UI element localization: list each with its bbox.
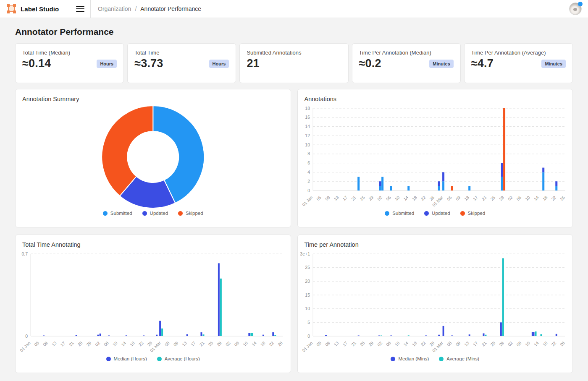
bar-submitted[interactable]	[379, 186, 381, 190]
bar-submitted[interactable]	[407, 186, 410, 190]
bar-average[interactable]	[161, 329, 163, 336]
y-axis-label: 4	[307, 170, 310, 175]
bar-median[interactable]	[442, 326, 444, 336]
bar-median[interactable]	[262, 335, 264, 336]
bar-median[interactable]	[378, 336, 380, 337]
bar-updated[interactable]	[379, 181, 381, 186]
bar-skipped[interactable]	[451, 186, 453, 190]
bar-median[interactable]	[43, 336, 45, 337]
bar-submitted[interactable]	[501, 177, 503, 190]
annotation-summary-donut-chart	[16, 104, 291, 210]
legend-item-updated[interactable]: Updated	[142, 211, 168, 216]
annotation-summary-legend: SubmittedUpdatedSkipped	[16, 211, 291, 216]
bar-submitted[interactable]	[555, 186, 557, 190]
bar-median[interactable]	[425, 336, 427, 337]
legend-item-skipped[interactable]: Skipped	[460, 211, 486, 216]
legend-label: Submitted	[110, 211, 132, 216]
legend-item-median-mins-[interactable]: Median (Mins)	[391, 356, 429, 361]
bar-submitted[interactable]	[390, 186, 392, 190]
chart-title-annotations: Annotations	[298, 89, 573, 104]
stat-value: ≈3.73	[134, 57, 163, 70]
bar-skipped[interactable]	[503, 108, 505, 190]
legend-item-skipped[interactable]: Skipped	[178, 211, 203, 216]
bar-average[interactable]	[202, 334, 204, 336]
bar-updated[interactable]	[555, 181, 557, 186]
bar-median[interactable]	[100, 334, 101, 336]
bar-updated[interactable]	[542, 168, 544, 172]
bar-median[interactable]	[500, 322, 501, 336]
bar-median[interactable]	[438, 335, 440, 336]
legend-item-average-hours-[interactable]: Average (Hours)	[157, 356, 200, 361]
bar-median[interactable]	[272, 332, 274, 336]
x-axis-label: 02	[94, 340, 101, 347]
bar-median[interactable]	[357, 336, 359, 337]
x-axis-label: 09	[324, 195, 331, 201]
bar-submitted[interactable]	[542, 172, 544, 190]
legend-item-updated[interactable]: Updated	[424, 211, 450, 216]
bar-average[interactable]	[407, 335, 409, 336]
bar-median[interactable]	[325, 335, 327, 336]
legend-dot	[439, 357, 444, 361]
notification-dot	[578, 2, 583, 6]
bar-average[interactable]	[535, 331, 536, 336]
bar-updated[interactable]	[438, 181, 440, 186]
x-axis-label: 21	[480, 195, 487, 201]
bar-median[interactable]	[218, 263, 220, 336]
bar-average[interactable]	[220, 279, 222, 336]
bar-median[interactable]	[76, 335, 77, 336]
bar-median[interactable]	[555, 334, 557, 336]
bar-median[interactable]	[451, 336, 453, 337]
bar-average[interactable]	[502, 258, 504, 336]
legend-item-average-mins-[interactable]: Average (Mins)	[439, 356, 479, 361]
bar-median[interactable]	[248, 333, 250, 336]
bar-average[interactable]	[252, 333, 253, 336]
bar-median[interactable]	[186, 334, 188, 336]
bar-average[interactable]	[274, 335, 276, 336]
x-axis-label: 22	[550, 340, 557, 347]
x-axis-label: 01 Jan	[301, 195, 313, 207]
legend-item-median-hours-[interactable]: Median (Hours)	[106, 356, 147, 361]
bar-average[interactable]	[540, 334, 542, 336]
bar-median[interactable]	[97, 335, 99, 336]
bar-median[interactable]	[143, 336, 144, 337]
bar-submitted[interactable]	[468, 186, 470, 190]
bar-median[interactable]	[468, 334, 470, 336]
bar-submitted[interactable]	[381, 177, 383, 190]
bar-submitted[interactable]	[438, 186, 440, 190]
x-axis-label: 02	[507, 195, 514, 201]
bar-updated[interactable]	[442, 172, 444, 181]
x-axis-label: 22	[138, 340, 144, 347]
x-axis-label: 14	[121, 340, 127, 347]
x-axis-label: 29	[368, 340, 374, 347]
bar-updated[interactable]	[501, 163, 503, 177]
bar-average[interactable]	[380, 336, 382, 337]
bar-submitted[interactable]	[442, 181, 444, 190]
y-axis-label: 5	[307, 320, 310, 325]
bar-median[interactable]	[390, 336, 392, 337]
x-axis-label: 18	[260, 340, 266, 347]
legend-dot	[178, 211, 183, 216]
bar-median[interactable]	[483, 333, 484, 336]
x-axis-label: 10	[524, 340, 531, 347]
bar-median[interactable]	[200, 332, 202, 336]
legend-item-submitted[interactable]: Submitted	[103, 211, 132, 216]
bar-average[interactable]	[485, 335, 486, 336]
bar-median[interactable]	[126, 335, 127, 336]
user-avatar[interactable]	[569, 3, 582, 15]
x-axis-label: 22	[550, 195, 557, 201]
bar-median[interactable]	[108, 336, 110, 337]
bar-median[interactable]	[156, 335, 158, 336]
bar-median[interactable]	[533, 332, 534, 336]
x-axis-label: 13	[333, 195, 339, 201]
legend-label: Median (Hours)	[114, 356, 147, 361]
time-per-annotation-card: Time per Annotation 3e+1252015105001 Jan…	[297, 235, 573, 373]
label-studio-logo-icon[interactable]	[7, 4, 16, 13]
legend-item-submitted[interactable]: Submitted	[385, 211, 414, 216]
x-axis-label: 13	[463, 195, 470, 201]
breadcrumb-separator: /	[135, 5, 136, 12]
breadcrumb-organization[interactable]: Organization	[98, 5, 131, 12]
bar-median[interactable]	[159, 321, 161, 336]
bar-submitted[interactable]	[357, 177, 360, 190]
y-axis-label: 18	[305, 106, 310, 111]
menu-icon[interactable]	[76, 6, 84, 12]
